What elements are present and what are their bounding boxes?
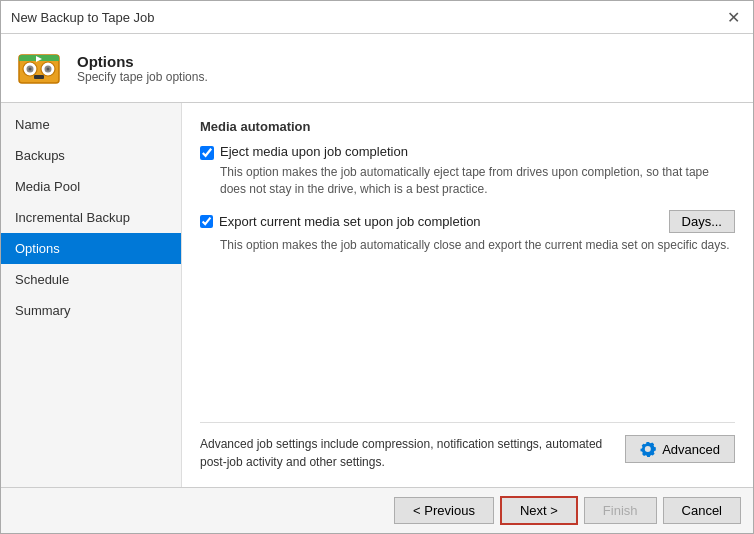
sidebar-item-name[interactable]: Name [1,109,181,140]
svg-point-6 [47,68,50,71]
header-text: Options Specify tape job options. [77,53,208,84]
svg-point-3 [29,68,32,71]
header-icon [15,44,63,92]
days-button[interactable]: Days... [669,210,735,233]
main-content: Media automation Eject media upon job co… [182,103,753,487]
sidebar-item-schedule[interactable]: Schedule [1,264,181,295]
eject-media-checkbox[interactable] [200,146,214,160]
title-bar: New Backup to Tape Job ✕ [1,1,753,34]
advanced-btn-label: Advanced [662,442,720,457]
advanced-area: Advanced job settings include compressio… [200,422,735,471]
svg-rect-7 [34,75,44,79]
finish-button[interactable]: Finish [584,497,657,524]
checkbox1-row: Eject media upon job completion [200,144,735,160]
header-title: Options [77,53,208,70]
advanced-button[interactable]: Advanced [625,435,735,463]
close-button[interactable]: ✕ [723,7,743,27]
checkbox2-row: Export current media set upon job comple… [200,210,735,233]
sidebar: Name Backups Media Pool Incremental Back… [1,103,182,487]
checkbox1-description: This option makes the job automatically … [220,164,735,198]
cancel-button[interactable]: Cancel [663,497,741,524]
checkbox2-label: Export current media set upon job comple… [219,214,481,229]
sidebar-item-summary[interactable]: Summary [1,295,181,326]
body: Name Backups Media Pool Incremental Back… [1,103,753,487]
dialog: New Backup to Tape Job ✕ [0,0,754,534]
previous-button[interactable]: < Previous [394,497,494,524]
advanced-description: Advanced job settings include compressio… [200,435,613,471]
header-subtitle: Specify tape job options. [77,70,208,84]
sidebar-item-backups[interactable]: Backups [1,140,181,171]
sidebar-item-incremental-backup[interactable]: Incremental Backup [1,202,181,233]
dialog-title: New Backup to Tape Job [11,10,155,25]
checkbox2-label-group: Export current media set upon job comple… [200,214,481,229]
section-title: Media automation [200,119,735,134]
sidebar-item-options[interactable]: Options [1,233,181,264]
checkbox2-description: This option makes the job automatically … [220,237,735,254]
header-area: Options Specify tape job options. [1,34,753,103]
export-media-checkbox[interactable] [200,215,213,228]
gear-icon [640,441,656,457]
sidebar-item-media-pool[interactable]: Media Pool [1,171,181,202]
next-button[interactable]: Next > [500,496,578,525]
checkbox1-label: Eject media upon job completion [220,144,408,159]
footer: < Previous Next > Finish Cancel [1,487,753,533]
